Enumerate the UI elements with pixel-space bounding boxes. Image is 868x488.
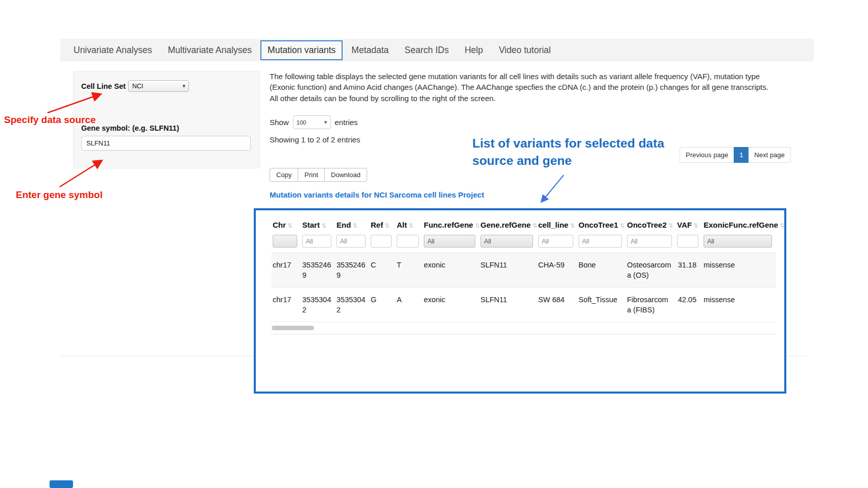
filter-cell [626,234,676,253]
top-navbar: Univariate Analyses Multivariate Analyse… [60,39,814,61]
filter-func-refgene[interactable] [424,235,475,248]
tab-multivariate-analyses[interactable]: Multivariate Analyses [161,40,259,60]
col-header-alt[interactable]: Alt⇅ [396,215,423,234]
sort-icon: ⇅ [620,222,625,229]
col-header-label: Func.refGene [424,221,473,229]
page-number-button[interactable]: 1 [734,147,749,163]
showing-entries-status: Showing 1 to 2 of 2 entries [270,135,360,144]
gene-symbol-input[interactable] [81,136,251,151]
cell-start: 35353042 [301,287,335,322]
filter-chr[interactable] [273,235,297,248]
tab-univariate-analyses[interactable]: Univariate Analyses [66,40,159,60]
print-button[interactable]: Print [298,168,325,182]
download-button[interactable]: Download [324,168,367,182]
cell-func-refgene: exonic [423,287,479,322]
tab-search-ids[interactable]: Search IDs [397,40,456,60]
cell-chr: chr17 [272,253,301,288]
col-header-gene-refgene[interactable]: Gene.refGene⇅ [479,215,537,234]
cell-ref: C [370,253,396,288]
filter-cell [577,234,626,253]
sort-icon: ⇅ [475,222,480,229]
tab-video-tutorial[interactable]: Video tutorial [492,40,558,60]
col-header-start[interactable]: Start⇅ [301,215,335,234]
filter-cell [423,234,479,253]
cell-alt: T [396,253,423,288]
scrollbar-thumb[interactable] [272,326,314,330]
sort-icon: ⇅ [408,222,414,229]
col-header-vaf[interactable]: VAF⇅ [676,215,703,234]
sort-icon: ⇅ [780,222,785,229]
copy-button[interactable]: Copy [270,168,298,182]
sort-icon: ⇅ [352,222,357,229]
cell-vaf: 42.05 [676,287,703,322]
col-header-label: OncoTree1 [578,221,618,229]
filter-start[interactable] [302,235,331,248]
col-header-chr[interactable]: Chr⇅ [272,215,301,234]
table-row[interactable]: chr17 35353042 35353042 G A exonic SLFN1… [272,287,776,322]
cell-gene-refgene: SLFN11 [479,287,537,322]
filter-exonicfunc-refgene[interactable] [704,235,772,248]
col-header-label: VAF [677,221,692,229]
filter-alt[interactable] [397,235,419,248]
cell-func-refgene: exonic [423,253,479,288]
cell-oncotree1: Bone [577,253,626,288]
filter-cell-line[interactable] [538,235,573,248]
col-header-cell-line[interactable]: cell_line⇅ [537,215,577,234]
annotation-enter-gene-symbol: Enter gene symbol [16,189,103,201]
controls-panel: Cell Line Set NCI ▾ Gene symbol: (e.g. S… [73,71,260,168]
partial-blue-box [50,480,73,488]
cell-oncotree2: Osteosarcoma (OS) [626,253,676,288]
filter-ref[interactable] [371,235,392,248]
cell-line-set-label: Cell Line Set [81,82,126,90]
filter-gene-refgene[interactable] [480,235,533,248]
cell-oncotree2: Fibrosarcoma (FIBS) [626,287,676,322]
tab-help[interactable]: Help [457,40,490,60]
col-header-label: OncoTree2 [627,221,667,229]
cell-cell-line: SW 684 [537,287,577,322]
gene-symbol-label: Gene symbol: (e.g. SLFN11) [81,124,252,132]
cell-line-set-select[interactable]: NCI ▾ [128,80,189,92]
export-toolbar: Copy Print Download [270,168,367,182]
tab-metadata[interactable]: Metadata [344,40,396,60]
filter-oncotree1[interactable] [578,235,622,248]
col-header-oncotree1[interactable]: OncoTree1⇅ [577,215,626,234]
col-header-func-refgene[interactable]: Func.refGene⇅ [423,215,479,234]
cell-line-set-row: Cell Line Set NCI ▾ [81,80,252,92]
previous-page-button[interactable]: Previous page [680,147,734,163]
filter-cell [479,234,537,253]
col-header-label: Alt [397,221,407,229]
col-header-end[interactable]: End⇅ [335,215,370,234]
cell-vaf: 31.18 [676,253,703,288]
col-header-oncotree2[interactable]: OncoTree2⇅ [626,215,676,234]
filter-end[interactable] [336,235,366,248]
cell-line-set-selected-value: NCI [132,83,143,90]
col-header-label: Ref [371,221,383,229]
chevron-down-icon: ▾ [324,119,327,126]
filter-vaf[interactable] [677,235,698,248]
filter-cell [676,234,703,253]
col-header-label: Gene.refGene [480,221,531,229]
filter-oncotree2[interactable] [627,235,672,248]
cell-alt: A [396,287,423,322]
next-page-button[interactable]: Next page [749,147,790,163]
cell-start: 35352469 [301,253,335,288]
table-title-link[interactable]: Mutation variants details for NCI Sarcom… [270,190,484,199]
sort-icon: ⇅ [384,222,390,229]
entries-count-select[interactable]: 100 ▾ [293,115,331,129]
filter-cell [537,234,577,253]
cell-gene-refgene: SLFN11 [479,253,537,288]
col-header-exonicfunc-refgene[interactable]: ExonicFunc.refGene⇅ [703,215,776,234]
annotation-list-of-variants: List of variants for selected data sourc… [472,135,677,169]
filter-cell [335,234,370,253]
cell-ref: G [370,287,396,322]
cell-chr: chr17 [272,287,301,322]
col-header-label: cell_line [538,221,568,229]
cell-end: 35353042 [335,287,370,322]
cell-oncotree1: Soft_Tissue [577,287,626,322]
tab-mutation-variants[interactable]: Mutation variants [260,40,343,60]
col-header-ref[interactable]: Ref⇅ [370,215,396,234]
filter-cell [272,234,301,253]
table-row[interactable]: chr17 35352469 35352469 C T exonic SLFN1… [272,253,776,288]
sort-icon: ⇅ [668,222,673,229]
horizontal-scrollbar[interactable] [272,326,776,331]
